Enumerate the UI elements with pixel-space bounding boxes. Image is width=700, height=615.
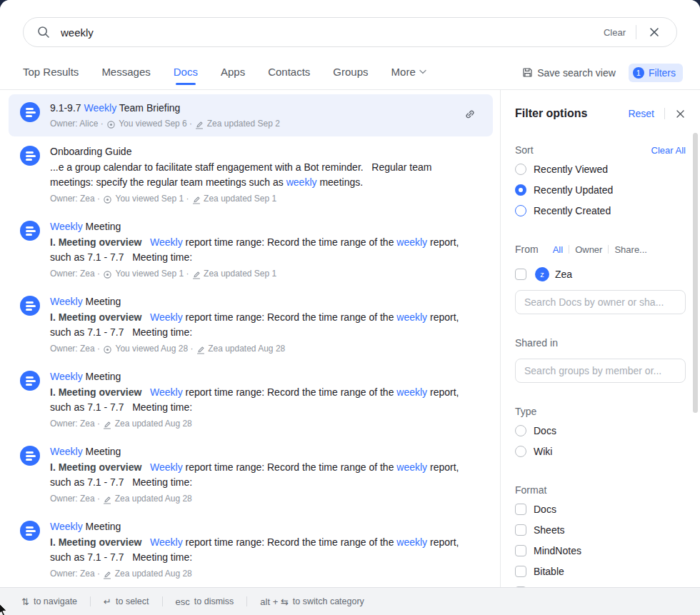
- owner-search-input[interactable]: [515, 290, 686, 314]
- doc-icon: [20, 102, 40, 122]
- doc-icon: [20, 296, 40, 316]
- tab-messages[interactable]: Messages: [101, 63, 150, 88]
- result-meta: Owner: Zea · You viewed Sep 1 · Zea upda…: [50, 193, 467, 205]
- type-label: Type: [515, 406, 686, 417]
- from-link-owner[interactable]: Owner: [569, 244, 608, 255]
- clear-all-button[interactable]: Clear All: [651, 145, 686, 156]
- clear-search-button[interactable]: Clear: [594, 27, 636, 38]
- sort-label: Sort: [515, 144, 534, 156]
- search-input[interactable]: [61, 26, 594, 39]
- result-meta: Owner: Zea · Zea updated Aug 28: [50, 493, 467, 505]
- radio-selected-icon[interactable]: [515, 184, 526, 196]
- eye-icon: [103, 195, 112, 204]
- category-tabs: Top Results Messages Docs Apps Contacts …: [23, 63, 683, 88]
- checkbox-icon[interactable]: [515, 269, 526, 280]
- filter-panel-title: Filter options: [515, 107, 587, 120]
- shared-in-label: Shared in: [515, 337, 686, 349]
- result-title: Weekly Meeting: [50, 444, 467, 459]
- search-icon: [36, 25, 51, 39]
- format-option-sheets[interactable]: Sheets: [515, 523, 686, 537]
- close-filter-panel-icon[interactable]: [665, 109, 686, 119]
- mouse-cursor: [0, 604, 9, 615]
- save-search-view-button[interactable]: Save search view: [522, 67, 616, 79]
- doc-icon: [20, 521, 40, 541]
- from-links: All Owner Share...: [547, 244, 653, 255]
- results-list: 9.1-9.7 Weekly Team Briefing Owner: Alic…: [0, 90, 500, 587]
- result-meta: Owner: Zea · You viewed Aug 28 · Zea upd…: [50, 343, 467, 355]
- switch-arrows-icon: alt + ⇆: [260, 596, 288, 607]
- checkbox-icon[interactable]: [515, 524, 526, 536]
- result-title: 9.1-9.7 Weekly Team Briefing: [50, 101, 280, 115]
- edit-icon: [192, 271, 201, 279]
- shared-in-search-input[interactable]: [515, 359, 686, 383]
- edit-icon: [103, 571, 111, 579]
- hint-dismiss: esc to dismiss: [176, 596, 234, 607]
- doc-icon: [20, 371, 40, 391]
- type-option-wiki[interactable]: Wiki: [515, 444, 686, 459]
- save-icon: [522, 67, 533, 78]
- radio-icon[interactable]: [515, 205, 526, 216]
- from-link-all[interactable]: All: [547, 244, 569, 255]
- result-snippet: ...e a group calendar to facilitate staf…: [50, 160, 467, 190]
- eye-icon: [103, 345, 112, 354]
- sort-option-recently-viewed[interactable]: Recently Viewed: [515, 162, 686, 176]
- sort-option-recently-updated[interactable]: Recently Updated: [515, 183, 686, 197]
- result-title: Weekly Meeting: [50, 369, 467, 384]
- search-bar: Clear: [23, 17, 677, 47]
- result-meta: Owner: Alice · You viewed Sep 6 · Zea up…: [50, 118, 280, 130]
- sort-option-recently-created[interactable]: Recently Created: [515, 204, 686, 218]
- radio-icon[interactable]: [515, 446, 526, 457]
- format-label: Format: [515, 484, 686, 496]
- radio-icon[interactable]: [515, 425, 526, 436]
- from-label: From: [515, 244, 539, 255]
- result-snippet: I. Meeting overview Weekly report time r…: [50, 460, 467, 490]
- search-result-row[interactable]: 9.1-9.7 Weekly Team Briefing Owner: Alic…: [9, 94, 493, 136]
- hint-select: ↵ to select: [104, 596, 149, 607]
- close-search-icon[interactable]: [636, 26, 665, 39]
- reset-filters-button[interactable]: Reset: [628, 108, 664, 119]
- search-result-row[interactable]: Weekly Meeting I. Meeting overview Weekl…: [9, 213, 493, 286]
- edit-icon: [103, 421, 111, 429]
- result-title: Weekly Meeting: [50, 219, 467, 234]
- search-result-row[interactable]: Onboarding Guide ...e a group calendar t…: [9, 138, 493, 211]
- avatar: z: [535, 267, 549, 281]
- result-snippet: I. Meeting overview Weekly report time r…: [50, 385, 467, 415]
- tab-groups[interactable]: Groups: [333, 63, 368, 88]
- result-snippet: I. Meeting overview Weekly report time r…: [50, 235, 467, 265]
- owner-option-zea[interactable]: z Zea: [515, 267, 686, 281]
- enter-icon: ↵: [104, 596, 111, 607]
- tab-apps[interactable]: Apps: [221, 63, 245, 88]
- doc-icon: [20, 221, 40, 241]
- filter-panel-scrollbar[interactable]: [693, 133, 698, 413]
- search-result-row[interactable]: Weekly Meeting I. Meeting overview Weekl…: [9, 513, 493, 586]
- result-snippet: I. Meeting overview Weekly report time r…: [50, 310, 467, 340]
- checkbox-icon[interactable]: [515, 504, 526, 515]
- type-option-docs[interactable]: Docs: [515, 424, 686, 438]
- copy-link-icon[interactable]: [464, 109, 476, 120]
- sort-section-header: Sort Clear All: [515, 144, 686, 156]
- tab-top-results[interactable]: Top Results: [23, 63, 79, 88]
- format-option-mindnotes[interactable]: MindNotes: [515, 544, 686, 558]
- tab-more[interactable]: More: [391, 63, 426, 88]
- search-window: Clear Top Results Messages Docs Apps Con…: [0, 0, 700, 615]
- filters-button[interactable]: 1 Filters: [629, 64, 683, 82]
- search-result-row[interactable]: Weekly Meeting I. Meeting overview Weekl…: [9, 363, 493, 436]
- result-title: Weekly Meeting: [50, 294, 467, 309]
- radio-icon[interactable]: [515, 164, 526, 175]
- tab-contacts[interactable]: Contacts: [268, 63, 310, 88]
- checkbox-icon[interactable]: [515, 545, 526, 556]
- search-result-row[interactable]: Weekly Meeting I. Meeting overview Weekl…: [9, 288, 493, 361]
- chevron-down-icon: [419, 69, 426, 74]
- format-option-bitable[interactable]: Bitable: [515, 564, 686, 579]
- eye-icon: [106, 120, 116, 129]
- checkbox-icon[interactable]: [515, 566, 526, 577]
- filter-panel-header: Filter options Reset: [515, 107, 686, 120]
- updown-arrows-icon: ⇅: [21, 596, 29, 607]
- format-option-docs[interactable]: Docs: [515, 502, 686, 516]
- search-result-row[interactable]: Weekly Meeting I. Meeting overview Weekl…: [9, 438, 493, 511]
- result-meta: Owner: Zea · Zea updated Aug 28: [50, 568, 467, 580]
- edit-icon: [103, 496, 111, 504]
- from-link-share[interactable]: Share...: [609, 244, 653, 255]
- tab-docs[interactable]: Docs: [174, 63, 198, 88]
- result-title: Onboarding Guide: [50, 144, 467, 159]
